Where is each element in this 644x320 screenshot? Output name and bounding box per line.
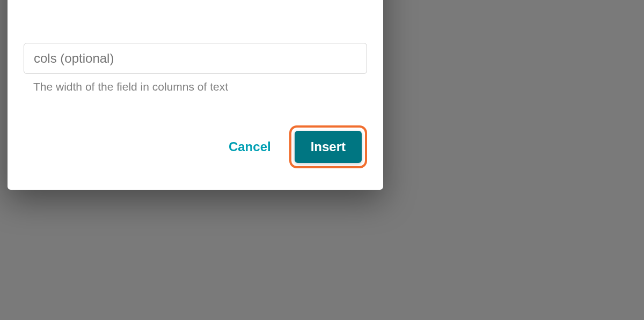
field-group: The width of the field in columns of tex… [24, 43, 367, 93]
dialog: The width of the field in columns of tex… [8, 0, 383, 190]
cancel-button[interactable]: Cancel [223, 132, 276, 162]
insert-button[interactable]: Insert [295, 131, 362, 163]
help-text: The width of the field in columns of tex… [24, 80, 367, 93]
dialog-actions: Cancel Insert [24, 115, 367, 174]
highlight-ring: Insert [289, 125, 367, 168]
cols-input[interactable] [24, 43, 367, 74]
